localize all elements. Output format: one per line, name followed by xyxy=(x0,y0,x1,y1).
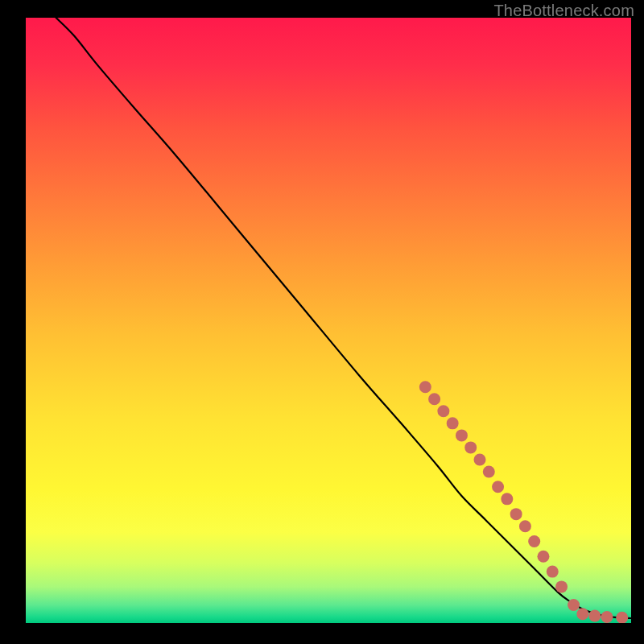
chart-svg xyxy=(26,18,631,623)
marker-dot xyxy=(483,466,495,478)
marker-dot xyxy=(528,535,540,547)
marker-dot xyxy=(547,566,559,578)
plot-area xyxy=(26,18,631,623)
marker-dot xyxy=(492,481,504,493)
marker-dot xyxy=(419,381,431,393)
curve-line xyxy=(56,18,631,618)
marker-dot xyxy=(576,608,588,620)
marker-dot xyxy=(555,580,568,592)
marker-dot xyxy=(537,551,549,563)
chart-stage: TheBottleneck.com xyxy=(0,0,644,644)
marker-dot xyxy=(474,453,486,465)
marker-dot xyxy=(568,599,580,611)
marker-dot xyxy=(588,609,601,621)
marker-dot xyxy=(616,612,628,623)
marker-dot xyxy=(456,429,468,441)
marker-dot xyxy=(510,508,522,520)
marker-dot xyxy=(519,520,531,532)
marker-dot xyxy=(447,417,459,429)
marker-dot xyxy=(464,441,477,453)
marker-dot xyxy=(428,393,440,405)
marker-dot xyxy=(437,405,449,417)
marker-dot xyxy=(601,611,613,623)
marker-dots xyxy=(419,381,628,623)
marker-dot xyxy=(501,493,513,505)
